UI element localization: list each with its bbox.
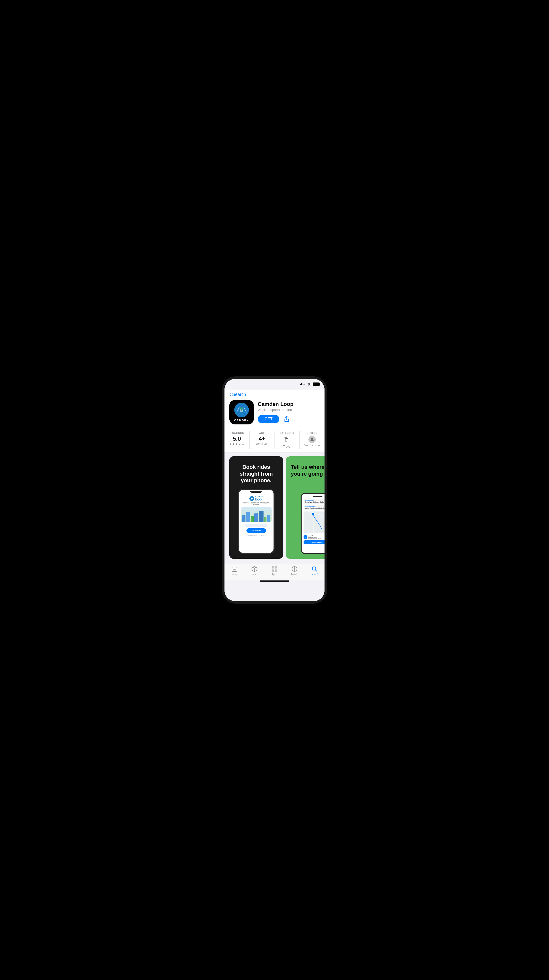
tab-bar: 1 Today Games bbox=[225, 564, 324, 581]
inner-map-2 bbox=[303, 511, 324, 533]
app-logo-svg bbox=[235, 404, 248, 416]
inner-get-started-btn: Get Started bbox=[246, 528, 266, 533]
age-sub: Years Old bbox=[255, 442, 268, 445]
tab-item-today[interactable]: 1 Today bbox=[225, 566, 244, 576]
ratings-label: 5 RATINGS bbox=[230, 432, 244, 434]
inner-logo-1: CAMDEN loop bbox=[249, 496, 263, 501]
ratings-stars: ★★★★★ bbox=[229, 442, 245, 446]
svg-rect-15 bbox=[275, 566, 277, 568]
age-label: AGE bbox=[259, 432, 265, 434]
person-icon bbox=[310, 438, 314, 442]
inner-phone-2: My Location Broadway Subway Station My D… bbox=[301, 493, 324, 554]
top-section: ‹ Search bbox=[225, 390, 324, 428]
apps-icon bbox=[271, 566, 278, 572]
developer-sub: Via Transpo bbox=[304, 444, 320, 447]
screenshot-2-headline: Tell us where you're going bbox=[291, 464, 324, 477]
screen-content[interactable]: ‹ Search bbox=[225, 390, 324, 601]
svg-rect-16 bbox=[272, 570, 274, 572]
search-icon bbox=[311, 566, 318, 572]
chevron-left-icon: ‹ bbox=[229, 392, 231, 397]
status-bar bbox=[225, 379, 324, 390]
tab-item-search[interactable]: Search bbox=[305, 566, 324, 576]
wifi-icon bbox=[307, 382, 311, 386]
category-label: CATEGORY bbox=[280, 432, 295, 434]
category-sub: Travel bbox=[283, 445, 291, 448]
back-nav-label[interactable]: Search bbox=[232, 392, 246, 397]
app-icon-inner: CAMDEN bbox=[229, 400, 254, 425]
age-value: 4+ bbox=[259, 436, 265, 442]
ratings-row: 5 RATINGS 5.0 ★★★★★ AGE 4+ Years Old CAT… bbox=[225, 428, 324, 452]
app-info: Camden Loop Via Transportation, Inc. GET bbox=[258, 400, 320, 423]
today-icon: 1 bbox=[231, 566, 238, 572]
rating-item-category: CATEGORY Travel bbox=[275, 431, 300, 449]
ratings-value: 5.0 bbox=[233, 436, 241, 442]
developer-label: DEVELO bbox=[307, 432, 318, 434]
get-button[interactable]: GET bbox=[258, 415, 279, 423]
app-developer: Via Transportation, Inc. bbox=[258, 408, 320, 412]
app-logo-circle bbox=[234, 403, 249, 417]
rating-item-ratings: 5 RATINGS 5.0 ★★★★★ bbox=[225, 431, 250, 449]
app-header: CAMDEN Camden Loop Via Transportation, I… bbox=[229, 400, 320, 428]
inner-city-illustration bbox=[241, 507, 271, 522]
home-indicator bbox=[225, 581, 324, 582]
tab-apps-label: Apps bbox=[272, 573, 278, 576]
tab-arcade-label: Arcade bbox=[290, 573, 298, 576]
screenshot-1: Book rides straight from your phone. bbox=[229, 457, 283, 559]
tab-search-label: Search bbox=[311, 573, 318, 576]
developer-icon bbox=[308, 436, 316, 443]
home-bar bbox=[260, 581, 289, 582]
spacer bbox=[225, 559, 324, 564]
screenshots-scroll[interactable]: Book rides straight from your phone. bbox=[225, 457, 324, 559]
tab-item-arcade[interactable]: Arcade bbox=[284, 566, 305, 576]
book-ride-btn: Book This Ride bbox=[303, 540, 324, 544]
share-button[interactable] bbox=[282, 415, 291, 423]
svg-point-8 bbox=[311, 438, 313, 440]
inner-phone-notch-1 bbox=[239, 490, 273, 495]
battery-icon bbox=[313, 382, 320, 386]
inner-footer: Camden County ● 🅞 via bbox=[248, 535, 264, 536]
screenshot-1-headline: Book rides straight from your phone. bbox=[234, 464, 278, 484]
dest-value: Virtua Our Lady of Lourdes Ho bbox=[305, 507, 324, 509]
screenshots-section: Book rides straight from your phone. bbox=[225, 452, 324, 559]
share-icon bbox=[284, 416, 290, 422]
app-icon-camden-text: CAMDEN bbox=[234, 419, 249, 422]
tab-item-games[interactable]: Games bbox=[244, 566, 265, 576]
arcade-icon bbox=[291, 566, 298, 572]
games-icon bbox=[251, 566, 258, 572]
svg-point-5 bbox=[241, 408, 242, 410]
svg-rect-14 bbox=[272, 566, 274, 568]
rating-item-age: AGE 4+ Years Old bbox=[250, 431, 275, 449]
screenshot-2: Tell us where you're going My Location B… bbox=[286, 457, 324, 559]
back-nav[interactable]: ‹ Search bbox=[229, 392, 320, 397]
tab-games-label: Games bbox=[251, 573, 259, 576]
rating-item-developer: DEVELO Via Transpo bbox=[300, 431, 324, 449]
signal-icon bbox=[300, 383, 305, 385]
app-name: Camden Loop bbox=[258, 401, 320, 407]
app-icon: CAMDEN bbox=[229, 400, 254, 425]
svg-point-19 bbox=[294, 568, 295, 570]
category-icon bbox=[284, 436, 290, 444]
tab-today-label: Today bbox=[231, 573, 238, 576]
travel-icon bbox=[284, 436, 290, 443]
svg-rect-17 bbox=[275, 570, 277, 572]
app-actions: GET bbox=[258, 415, 320, 423]
tab-item-apps[interactable]: Apps bbox=[265, 566, 284, 576]
location-value: Broadway Subway Station bbox=[305, 501, 324, 503]
phone-frame: ‹ Search bbox=[222, 376, 327, 604]
inner-tagline-1: We make getting around easy and efficien… bbox=[239, 502, 273, 505]
